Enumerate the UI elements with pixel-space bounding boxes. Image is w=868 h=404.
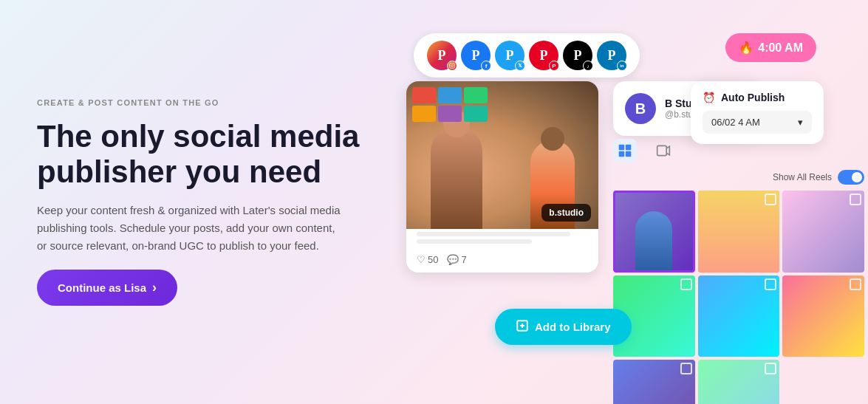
comment-count: 7 xyxy=(461,254,466,265)
reel-item-7[interactable] xyxy=(613,360,695,404)
pinterest-badge: P xyxy=(549,61,559,71)
bg-item-teal xyxy=(464,106,488,122)
social-icon-facebook[interactable]: P f xyxy=(461,41,491,70)
auto-publish-date-text: 06/02 4 AM xyxy=(711,117,760,128)
reel-checkbox-7[interactable] xyxy=(680,363,692,374)
social-icon-tiktok[interactable]: P ♪ xyxy=(563,41,592,70)
pinterest-p-letter: P xyxy=(540,48,548,64)
svg-rect-4 xyxy=(626,145,632,151)
bg-item-orange xyxy=(412,106,436,122)
linkedin-p-letter: P xyxy=(608,48,616,64)
comment-icon: 💬 xyxy=(447,254,459,265)
eyebrow-text: CREATE & POST CONTENT ON THE GO xyxy=(37,98,392,107)
tab-grid[interactable] xyxy=(613,139,637,162)
auto-publish-title: ⏰ Auto Publish xyxy=(703,92,812,103)
reel-item-2[interactable] xyxy=(698,191,780,273)
reel-checkbox-5[interactable] xyxy=(765,278,776,290)
headline-line1: The only social media xyxy=(37,119,359,154)
auto-publish-date[interactable]: 06/02 4 AM ▾ xyxy=(703,111,812,134)
tiktok-p-letter: P xyxy=(574,48,582,64)
svg-rect-6 xyxy=(626,151,632,157)
post-card-footer: ♡ 50 💬 7 xyxy=(406,247,598,273)
media-tabs xyxy=(613,133,675,168)
social-icon-twitter[interactable]: P 𝕏 xyxy=(495,41,524,70)
svg-rect-3 xyxy=(619,145,625,151)
add-to-library-button[interactable]: Add to Library xyxy=(495,309,632,345)
bg-item-purple xyxy=(438,106,462,122)
instagram-p-letter: P xyxy=(438,48,446,64)
auto-publish-card: ⏰ Auto Publish 06/02 4 AM ▾ xyxy=(691,81,824,144)
reel-item-selected[interactable]: ✥ xyxy=(613,191,695,273)
flame-icon: 🔥 xyxy=(739,41,753,55)
reels-header: Show All Reels xyxy=(613,170,864,185)
reel-person xyxy=(615,193,693,270)
facebook-badge: f xyxy=(481,61,491,71)
bg-item-green xyxy=(464,87,488,103)
right-section: P P f P 𝕏 P P P ♪ P xyxy=(392,22,831,382)
tiktok-badge: ♪ xyxy=(583,61,593,71)
like-count-wrapper: ♡ 50 xyxy=(417,254,438,265)
post-card-line-2 xyxy=(417,239,532,244)
comment-count-wrapper: 💬 7 xyxy=(447,254,466,265)
reels-section: Show All Reels ✥ xyxy=(613,170,864,404)
svg-rect-5 xyxy=(619,151,625,157)
page-wrapper: CREATE & POST CONTENT ON THE GO The only… xyxy=(0,0,868,404)
reel-checkbox-8[interactable] xyxy=(765,363,776,374)
reel-item-3[interactable] xyxy=(782,191,864,273)
svg-point-2 xyxy=(453,64,454,65)
subtext: Keep your content fresh & organized with… xyxy=(37,202,347,255)
reel-checkbox-4[interactable] xyxy=(680,278,692,290)
svg-rect-7 xyxy=(657,145,667,155)
reel-checkbox-2[interactable] xyxy=(765,194,776,205)
reel-item-6[interactable] xyxy=(782,275,864,357)
library-icon xyxy=(516,319,529,335)
reel-item-5[interactable] xyxy=(698,275,780,357)
person-1 xyxy=(431,126,482,229)
svg-rect-0 xyxy=(450,64,455,69)
profile-avatar: B xyxy=(625,93,656,124)
svg-point-1 xyxy=(451,65,454,67)
chevron-down-icon: ▾ xyxy=(798,117,803,128)
like-count: 50 xyxy=(428,254,438,265)
add-library-label: Add to Library xyxy=(535,321,611,333)
clock-icon: ⏰ xyxy=(703,92,715,103)
linkedin-badge: in xyxy=(617,61,627,71)
social-icon-pinterest[interactable]: P P xyxy=(529,41,558,70)
like-comment: ♡ 50 💬 7 xyxy=(417,254,467,265)
time-badge: 🔥 4:00 AM xyxy=(725,33,816,62)
reel-checkbox-6[interactable] xyxy=(850,278,861,290)
tab-video[interactable] xyxy=(652,139,675,162)
reel-checkbox-3[interactable] xyxy=(850,194,861,205)
twitter-p-letter: P xyxy=(506,48,514,64)
twitter-badge: 𝕏 xyxy=(515,61,525,71)
headline: The only social media publisher you need xyxy=(37,119,392,191)
auto-publish-label: Auto Publish xyxy=(721,92,785,103)
social-icon-linkedin[interactable]: P in xyxy=(597,41,626,70)
heart-icon: ♡ xyxy=(417,254,426,265)
facebook-p-letter: P xyxy=(472,48,480,64)
instagram-badge xyxy=(447,61,457,71)
post-card: b.studio ♡ 50 💬 7 xyxy=(406,81,598,273)
cta-button[interactable]: Continue as Lisa › xyxy=(37,270,177,306)
bg-item-red xyxy=(412,87,436,103)
post-card-label: b.studio xyxy=(541,204,591,222)
social-icon-instagram[interactable]: P xyxy=(427,41,457,70)
social-icons-row: P P f P 𝕏 P P P ♪ P xyxy=(414,33,640,78)
reels-grid: ✥ xyxy=(613,191,864,404)
show-all-reels-label: Show All Reels xyxy=(773,172,832,182)
post-card-image: b.studio xyxy=(406,81,598,229)
cta-chevron-icon: › xyxy=(152,280,157,295)
cta-button-label: Continue as Lisa xyxy=(58,281,146,294)
bg-color-items xyxy=(412,87,501,122)
reel-item-8[interactable] xyxy=(698,360,780,404)
post-card-line-1 xyxy=(417,232,570,236)
bg-item-blue xyxy=(438,87,462,103)
left-section: CREATE & POST CONTENT ON THE GO The only… xyxy=(37,98,392,307)
time-text: 4:00 AM xyxy=(758,41,803,55)
reel-person-body xyxy=(635,211,672,270)
show-reels-toggle[interactable] xyxy=(838,170,864,185)
headline-line2: publisher you need xyxy=(37,154,321,189)
